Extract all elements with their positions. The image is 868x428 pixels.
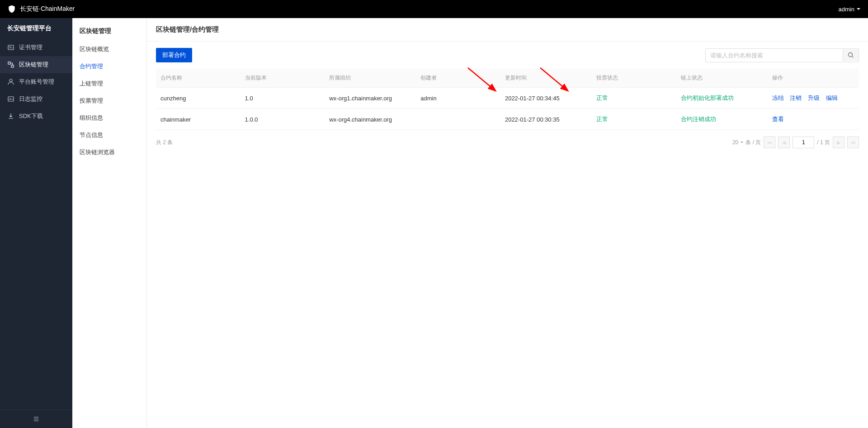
chevron-down-icon bbox=[856, 7, 861, 11]
page-total-label: / 1 页 bbox=[817, 139, 830, 146]
cell-updatetime: 2022-01-27 00:30:35 bbox=[500, 109, 592, 130]
search-box bbox=[705, 48, 859, 62]
nav-label: 区块链管理 bbox=[19, 61, 48, 69]
table-row: cunzheng 1.0 wx-org1.chainmaker.org admi… bbox=[156, 88, 859, 109]
cell-org: wx-org1.chainmaker.org bbox=[325, 88, 416, 109]
col-actions: 操作 bbox=[768, 69, 859, 88]
next-page-button[interactable]: ▶ bbox=[833, 136, 844, 148]
col-org: 所属组织 bbox=[325, 69, 416, 88]
search-icon bbox=[848, 52, 854, 58]
contract-table: 合约名称 当前版本 所属组织 创建者 更新时间 投票状态 链上状态 操作 cun… bbox=[156, 69, 859, 130]
nav-label: 日志监控 bbox=[19, 95, 42, 103]
col-name: 合约名称 bbox=[156, 69, 241, 88]
toolbar: 部署合约 bbox=[147, 42, 868, 69]
user-name: admin bbox=[839, 6, 854, 13]
page-input[interactable] bbox=[793, 136, 814, 148]
pagination: 共 2 条 20 条 / 页 ⏮ ◀ / 1 页 ▶ ⏭ bbox=[147, 130, 868, 155]
user-menu[interactable]: admin bbox=[839, 6, 861, 13]
action-view[interactable]: 查看 bbox=[772, 116, 784, 122]
sidebar-footer bbox=[0, 409, 72, 428]
cell-actions: 查看 bbox=[768, 109, 859, 130]
action-upgrade[interactable]: 升级 bbox=[808, 94, 820, 101]
page-size-value: 20 bbox=[732, 139, 738, 146]
sub-item-onchain[interactable]: 上链管理 bbox=[72, 75, 146, 92]
search-input[interactable] bbox=[706, 49, 843, 62]
page-size-suffix: 条 / 页 bbox=[745, 139, 761, 146]
svg-point-5 bbox=[849, 53, 853, 57]
breadcrumb: 区块链管理/合约管理 bbox=[147, 18, 868, 42]
cell-chainstatus: 合约初始化部署成功 bbox=[676, 88, 768, 109]
cell-votestatus: 正常 bbox=[592, 88, 676, 109]
sub-item-node[interactable]: 节点信息 bbox=[72, 127, 146, 144]
nav-label: 证书管理 bbox=[19, 43, 42, 52]
sub-item-overview[interactable]: 区块链概览 bbox=[72, 41, 146, 58]
primary-sidebar: 长安链管理平台 证书管理 区块链管理 平台账号管理 日志监控 SDK下载 bbox=[0, 18, 72, 428]
sub-item-vote[interactable]: 投票管理 bbox=[72, 92, 146, 109]
cell-votestatus: 正常 bbox=[592, 109, 676, 130]
cell-chainstatus: 合约注销成功 bbox=[676, 109, 768, 130]
nav-item-sdk[interactable]: SDK下载 bbox=[0, 108, 72, 125]
cell-updatetime: 2022-01-27 00:34:45 bbox=[500, 88, 592, 109]
table-wrapper: 合约名称 当前版本 所属组织 创建者 更新时间 投票状态 链上状态 操作 cun… bbox=[147, 69, 868, 130]
last-page-button[interactable]: ⏭ bbox=[847, 136, 859, 148]
app-header: 长安链·ChainMaker admin bbox=[0, 0, 868, 18]
cell-version: 1.0.0 bbox=[241, 109, 325, 130]
sub-item-contract[interactable]: 合约管理 bbox=[72, 58, 146, 75]
log-icon bbox=[7, 95, 14, 103]
sidebar-title: 长安链管理平台 bbox=[0, 18, 72, 39]
nav-item-log[interactable]: 日志监控 bbox=[0, 90, 72, 108]
nav-item-blockchain[interactable]: 区块链管理 bbox=[0, 56, 72, 73]
col-votestatus: 投票状态 bbox=[592, 69, 676, 88]
brand-logo: 长安链·ChainMaker bbox=[7, 5, 75, 14]
svg-point-3 bbox=[9, 79, 12, 82]
svg-rect-1 bbox=[8, 62, 10, 64]
first-page-button[interactable]: ⏮ bbox=[764, 136, 775, 148]
secondary-sidebar: 区块链管理 区块链概览 合约管理 上链管理 投票管理 组织信息 节点信息 区块链… bbox=[72, 18, 147, 428]
svg-rect-2 bbox=[11, 65, 14, 67]
content-area: 区块链管理/合约管理 部署合约 合约名称 当前版本 所属组织 创建者 bbox=[147, 18, 868, 428]
cell-creator: admin bbox=[416, 88, 500, 109]
action-freeze[interactable]: 冻结 bbox=[772, 94, 784, 101]
nav-item-account[interactable]: 平台账号管理 bbox=[0, 73, 72, 90]
table-header-row: 合约名称 当前版本 所属组织 创建者 更新时间 投票状态 链上状态 操作 bbox=[156, 69, 859, 88]
cell-name: chainmaker bbox=[156, 109, 241, 130]
chain-icon bbox=[7, 61, 14, 68]
cell-version: 1.0 bbox=[241, 88, 325, 109]
total-count: 共 2 条 bbox=[156, 139, 173, 146]
action-edit[interactable]: 编辑 bbox=[826, 94, 838, 101]
search-button[interactable] bbox=[843, 49, 859, 61]
nav-label: 平台账号管理 bbox=[19, 78, 54, 86]
nav-label: SDK下载 bbox=[19, 112, 43, 120]
cell-org: wx-org4.chainmaker.org bbox=[325, 109, 416, 130]
cell-actions: 冻结 注销 升级 编辑 bbox=[768, 88, 859, 109]
cert-icon bbox=[7, 44, 14, 51]
col-creator: 创建者 bbox=[416, 69, 500, 88]
sub-item-explorer[interactable]: 区块链浏览器 bbox=[72, 144, 146, 161]
cell-creator bbox=[416, 109, 500, 130]
col-updatetime: 更新时间 bbox=[500, 69, 592, 88]
table-row: chainmaker 1.0.0 wx-org4.chainmaker.org … bbox=[156, 109, 859, 130]
col-chainstatus: 链上状态 bbox=[676, 69, 768, 88]
page-size-selector[interactable]: 20 条 / 页 bbox=[732, 139, 761, 146]
svg-rect-0 bbox=[8, 45, 14, 50]
nav-item-cert[interactable]: 证书管理 bbox=[0, 39, 72, 56]
collapse-icon[interactable] bbox=[33, 415, 40, 423]
main-container: 长安链管理平台 证书管理 区块链管理 平台账号管理 日志监控 SDK下载 bbox=[0, 18, 868, 428]
download-icon bbox=[7, 113, 14, 120]
chevron-down-icon bbox=[740, 141, 744, 144]
deploy-contract-button[interactable]: 部署合约 bbox=[156, 48, 192, 62]
user-icon bbox=[7, 78, 14, 85]
action-revoke[interactable]: 注销 bbox=[790, 94, 802, 101]
sub-menu-title: 区块链管理 bbox=[72, 22, 146, 41]
prev-page-button[interactable]: ◀ bbox=[778, 136, 790, 148]
pagination-controls: 20 条 / 页 ⏮ ◀ / 1 页 ▶ ⏭ bbox=[732, 136, 859, 148]
col-version: 当前版本 bbox=[241, 69, 325, 88]
sub-item-org[interactable]: 组织信息 bbox=[72, 109, 146, 127]
brand-text: 长安链·ChainMaker bbox=[20, 5, 75, 13]
shield-icon bbox=[7, 5, 16, 14]
cell-name: cunzheng bbox=[156, 88, 241, 109]
